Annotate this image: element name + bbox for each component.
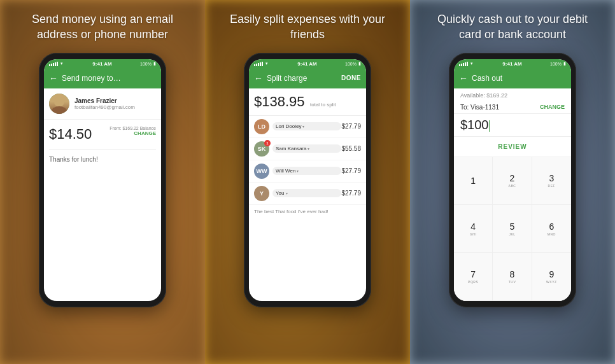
phone-screen-1: ▾ 9:41 AM 100% ▮ ← Send money to… xyxy=(44,59,161,301)
numpad-letters: DEF xyxy=(548,184,556,188)
numpad-digit: 6 xyxy=(549,221,554,232)
numpad-digit: 5 xyxy=(510,221,515,232)
chip-arrow: ▾ xyxy=(286,191,288,195)
signal-bars-1 xyxy=(49,62,58,66)
back-arrow-3[interactable]: ← xyxy=(459,74,468,83)
status-bar-1: ▾ 9:41 AM 100% ▮ xyxy=(44,59,161,68)
avatar-face xyxy=(49,94,69,114)
amount-large: $14.50 xyxy=(49,126,92,143)
panel1-title: Send money using an email address or pho… xyxy=(0,0,205,50)
battery-icon-2: ▮ xyxy=(358,61,361,66)
text-cursor xyxy=(489,120,490,132)
divider-1 xyxy=(49,149,156,150)
status-right-2: 100% ▮ xyxy=(345,61,361,66)
status-percent-2: 100% xyxy=(345,62,357,66)
status-time-3: 9:41 AM xyxy=(502,61,521,67)
person-chip[interactable]: You ▾ xyxy=(272,189,341,197)
status-signal-2: ▾ xyxy=(254,61,269,66)
phone-screen-3: ▾ 9:41 AM 100% ▮ ← Cash out Available: $… xyxy=(454,59,571,301)
chip-arrow: ▾ xyxy=(297,169,299,173)
numpad-letters: MNO xyxy=(548,232,556,236)
back-arrow-2[interactable]: ← xyxy=(254,74,263,83)
split-person-row: SK1Sam Kansara ▾$55.58 xyxy=(249,138,366,160)
numpad-key-2[interactable]: 2ABC xyxy=(493,157,532,205)
chip-arrow: ▾ xyxy=(308,146,309,151)
status-bar-2: ▾ 9:41 AM 100% ▮ xyxy=(249,59,366,68)
numpad-key-3[interactable]: 3DEF xyxy=(532,157,571,205)
split-person-amount: $27.79 xyxy=(341,167,361,174)
numpad-digit: 4 xyxy=(470,221,476,232)
numpad-letters: GHI xyxy=(470,232,476,236)
status-signal-1: ▾ xyxy=(49,61,64,66)
phone-frame-3: ▾ 9:41 AM 100% ▮ ← Cash out Available: $… xyxy=(449,53,576,307)
numpad-letters: JKL xyxy=(509,232,515,236)
review-button[interactable]: REVIEW xyxy=(485,141,539,153)
person-chip[interactable]: Will Wen ▾ xyxy=(272,167,341,175)
cashout-amount-row: $100 xyxy=(454,114,571,137)
split-person-row: YYou ▾$27.79 xyxy=(249,183,366,205)
split-people-list: LDLori Dooley ▾$27.79SK1Sam Kansara ▾$55… xyxy=(249,116,366,205)
split-content: $138.95 total to split LDLori Dooley ▾$2… xyxy=(249,88,366,301)
panel-send-money: Send money using an email address or pho… xyxy=(0,0,205,364)
notification-badge: 1 xyxy=(264,140,271,146)
signal-bars-3 xyxy=(459,62,468,66)
wifi-icon-3: ▾ xyxy=(470,61,473,66)
contact-name: James Frazier xyxy=(74,97,156,104)
contact-info: James Frazier footballfan490@gmail.com xyxy=(74,97,156,110)
svg-point-2 xyxy=(56,98,62,104)
cashout-content: Available: $169.22 To: Visa-1131 CHANGE … xyxy=(454,88,571,301)
phone-frame-2: ▾ 9:41 AM 100% ▮ ← Split charge DONE xyxy=(244,53,371,307)
split-total-amount: $138.95 xyxy=(254,94,305,109)
battery-icon-1: ▮ xyxy=(153,61,156,66)
wifi-icon-1: ▾ xyxy=(60,61,63,66)
svg-point-1 xyxy=(52,106,67,114)
wifi-icon-2: ▾ xyxy=(265,61,268,66)
cashout-change[interactable]: CHANGE xyxy=(540,104,565,110)
numpad-letters: TUV xyxy=(509,280,516,284)
app-header-2: ← Split charge DONE xyxy=(249,68,366,88)
header-title-3: Cash out xyxy=(472,74,566,83)
numpad-digit: 7 xyxy=(470,269,476,279)
numpad-key-4[interactable]: 4GHI xyxy=(454,205,493,253)
numpad-key-8[interactable]: 8TUV xyxy=(493,253,532,300)
amount-row: $14.50 From: $169.22 Balance CHANGE xyxy=(44,120,161,145)
split-total-area: $138.95 total to split xyxy=(249,88,366,116)
back-arrow-1[interactable]: ← xyxy=(49,74,58,83)
header-title-1: Send money to… xyxy=(62,74,156,83)
balance-from: From: $169.22 Balance xyxy=(110,126,156,130)
numpad-key-1[interactable]: 1 xyxy=(454,157,493,205)
status-time-1: 9:41 AM xyxy=(92,61,111,67)
numpad-key-6[interactable]: 6MNO xyxy=(532,205,571,253)
split-note: The best Thai food I've ever had! xyxy=(249,205,366,218)
split-avatar: LD xyxy=(254,119,269,134)
split-person-amount: $27.79 xyxy=(341,123,361,130)
numpad-digit: 8 xyxy=(510,269,515,279)
split-avatar: WW xyxy=(254,164,269,179)
numpad-letters: WXYZ xyxy=(546,280,556,284)
change-link-1[interactable]: CHANGE xyxy=(110,130,156,136)
person-chip[interactable]: Sam Kansara ▾ xyxy=(272,144,341,153)
numpad-key-5[interactable]: 5JKL xyxy=(493,205,532,253)
done-button[interactable]: DONE xyxy=(341,74,361,81)
send-money-content: James Frazier footballfan490@gmail.com $… xyxy=(44,88,161,301)
contact-avatar xyxy=(49,94,69,114)
numpad-key-9[interactable]: 9WXYZ xyxy=(532,253,571,300)
numpad: 12ABC3DEF4GHI5JKL6MNO7PQRS8TUV9WXYZ xyxy=(454,157,571,301)
status-signal-3: ▾ xyxy=(459,61,474,66)
cashout-to-row: To: Visa-1131 CHANGE xyxy=(454,101,571,114)
status-percent-3: 100% xyxy=(550,62,562,66)
person-chip[interactable]: Lori Dooley ▾ xyxy=(272,122,341,130)
split-person-amount: $27.79 xyxy=(341,190,361,197)
numpad-key-7[interactable]: 7PQRS xyxy=(454,253,493,300)
app-header-1: ← Send money to… xyxy=(44,68,161,88)
battery-icon-3: ▮ xyxy=(563,61,566,66)
split-person-amount: $55.58 xyxy=(341,145,361,152)
status-bar-3: ▾ 9:41 AM 100% ▮ xyxy=(454,59,571,68)
chip-arrow: ▾ xyxy=(302,124,304,129)
numpad-digit: 9 xyxy=(549,269,554,279)
numpad-digit: 2 xyxy=(510,173,515,183)
contact-email: footballfan490@gmail.com xyxy=(74,104,156,110)
split-person-row: LDLori Dooley ▾$27.79 xyxy=(249,116,366,138)
status-percent-1: 100% xyxy=(140,62,152,66)
cashout-to-label: To: Visa-1131 xyxy=(460,104,499,111)
